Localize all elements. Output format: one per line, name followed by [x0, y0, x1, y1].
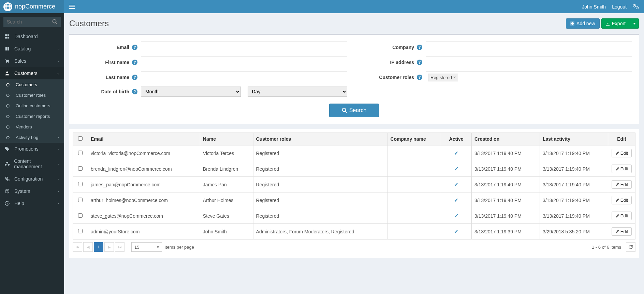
add-new-button[interactable]: Add new	[566, 18, 599, 29]
edit-button[interactable]: Edit	[612, 149, 632, 157]
col-name[interactable]: Name	[200, 133, 253, 145]
email-input[interactable]	[141, 42, 347, 53]
svg-point-31	[342, 108, 346, 112]
help-icon[interactable]: ?	[417, 60, 422, 65]
sidebar-item-catalog[interactable]: Catalog‹	[0, 43, 64, 55]
export-dropdown-button[interactable]	[630, 18, 639, 29]
roles-label: Customer roles?	[361, 75, 426, 80]
gears-icon	[633, 4, 639, 10]
select-all-checkbox[interactable]	[78, 136, 83, 141]
cell-email: admin@yourStore.com	[88, 224, 200, 239]
row-checkbox[interactable]	[78, 213, 83, 218]
check-icon: ✔	[454, 229, 458, 234]
circle-icon	[6, 83, 13, 87]
pager-first-button[interactable]: ⏮	[73, 242, 82, 252]
ip-input[interactable]	[426, 57, 632, 68]
sidebar-search-button[interactable]	[49, 17, 61, 27]
edit-button[interactable]: Edit	[612, 212, 632, 220]
sidebar-item-label: Customers	[14, 71, 38, 76]
sidebar-item-configuration[interactable]: Configuration‹	[0, 173, 64, 185]
cell-name: Steve Gates	[200, 208, 253, 224]
month-select[interactable]: Month	[141, 87, 241, 97]
lastname-input[interactable]	[141, 72, 347, 83]
pager-page-1[interactable]: 1	[94, 242, 103, 252]
sidebar-search-input[interactable]	[3, 17, 49, 27]
edit-button[interactable]: Edit	[612, 196, 632, 204]
pager-next-button[interactable]: ▶	[104, 242, 114, 252]
settings-link[interactable]	[633, 4, 639, 10]
cell-company	[387, 192, 441, 208]
refresh-button[interactable]	[626, 242, 635, 252]
sidebar-item-dashboard[interactable]: Dashboard	[0, 30, 64, 43]
row-checkbox[interactable]	[78, 182, 83, 186]
user-name-link[interactable]: John Smith	[582, 4, 606, 10]
cell-email: steve_gates@nopCommerce.com	[88, 208, 200, 224]
sidebar-item-label: Customers	[16, 82, 37, 87]
cell-company	[387, 161, 441, 177]
sidebar-item-system[interactable]: System‹	[0, 185, 64, 197]
search-button[interactable]: Search	[329, 104, 379, 117]
col-roles[interactable]: Customer roles	[253, 133, 387, 145]
pager-info: 1 - 6 of 6 items	[592, 245, 621, 250]
sidebar: DashboardCatalog‹Sales‹Customers⌄Custome…	[0, 13, 64, 294]
pager-last-button[interactable]: ⏭	[115, 242, 125, 252]
help-icon[interactable]: ?	[132, 45, 137, 50]
svg-point-16	[6, 83, 9, 86]
cart-icon	[5, 59, 12, 63]
company-input[interactable]	[426, 42, 632, 53]
col-active[interactable]: Active	[441, 133, 472, 145]
cell-company	[387, 145, 441, 161]
check-icon: ✔	[454, 182, 458, 187]
sidebar-item-help[interactable]: ?Help‹	[0, 197, 64, 210]
sidebar-item-promotions[interactable]: Promotions‹	[0, 143, 64, 155]
firstname-input[interactable]	[141, 57, 347, 68]
cell-created: 3/13/2017 1:19:40 PM	[472, 145, 540, 161]
edit-button[interactable]: Edit	[612, 180, 632, 189]
sidebar-item-content-management[interactable]: Content management‹	[0, 155, 64, 173]
help-icon[interactable]: ?	[132, 60, 137, 65]
sidebar-subitem-customer-roles[interactable]: Customer roles	[0, 90, 64, 100]
toggle-nav-button[interactable]	[64, 5, 80, 9]
help-icon[interactable]: ?	[417, 75, 422, 80]
col-created[interactable]: Created on	[472, 133, 540, 145]
row-checkbox[interactable]	[78, 229, 83, 233]
help-icon[interactable]: ?	[132, 89, 137, 94]
row-checkbox[interactable]	[78, 166, 83, 171]
brand-logo[interactable]: nopCommerce	[0, 0, 64, 13]
edit-button[interactable]: Edit	[612, 165, 632, 173]
col-email[interactable]: Email	[88, 133, 200, 145]
sidebar-subitem-customer-reports[interactable]: Customer reports	[0, 111, 64, 122]
logout-link[interactable]: Logout	[612, 4, 627, 10]
svg-text:?: ?	[6, 202, 8, 205]
svg-point-7	[53, 20, 56, 23]
search-icon	[342, 108, 347, 113]
day-select[interactable]: Day	[248, 87, 348, 97]
cubes-icon	[5, 161, 11, 166]
sidebar-subitem-activity-log[interactable]: Activity Log‹	[0, 132, 64, 143]
cell-created: 3/13/2017 1:19:40 PM	[472, 177, 540, 192]
sidebar-item-label: Promotions	[14, 146, 39, 152]
firstname-label: First name?	[76, 60, 141, 65]
sidebar-subitem-online-customers[interactable]: Online customers	[0, 100, 64, 111]
export-button[interactable]: Export	[601, 18, 630, 29]
help-icon[interactable]: ?	[417, 45, 422, 50]
sidebar-item-sales[interactable]: Sales‹	[0, 55, 64, 67]
sidebar-subitem-vendors[interactable]: Vendors	[0, 122, 64, 132]
edit-button[interactable]: Edit	[612, 227, 632, 236]
brand-text: nopCommerce	[15, 3, 55, 10]
pager-prev-button[interactable]: ◀	[83, 242, 93, 252]
row-checkbox[interactable]	[78, 198, 83, 202]
col-activity[interactable]: Last activity	[540, 133, 608, 145]
table-row: admin@yourStore.com John Smith Administr…	[73, 224, 635, 239]
check-icon: ✔	[454, 197, 458, 203]
remove-tag-icon[interactable]: ×	[453, 75, 456, 80]
row-checkbox[interactable]	[78, 151, 83, 155]
page-size-select[interactable]: 15	[131, 242, 162, 252]
roles-input[interactable]: Registered×	[426, 72, 632, 83]
sidebar-item-customers[interactable]: Customers⌄	[0, 67, 64, 79]
sidebar-subitem-customers[interactable]: Customers	[0, 79, 64, 90]
svg-point-4	[634, 5, 635, 6]
col-company[interactable]: Company name	[387, 133, 441, 145]
help-icon[interactable]: ?	[132, 75, 137, 80]
cell-active: ✔	[441, 161, 472, 177]
